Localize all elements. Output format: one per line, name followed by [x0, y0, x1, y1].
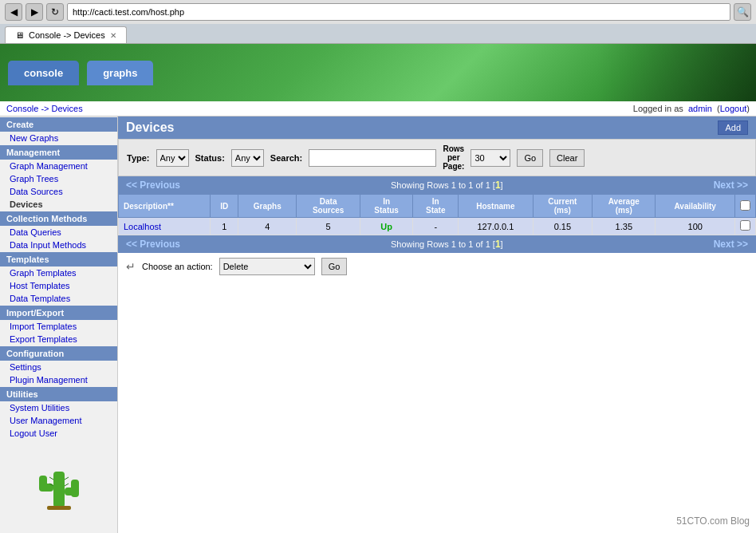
login-info: Logged in as admin (Logout)	[633, 104, 750, 113]
back-button[interactable]: ◀	[5, 3, 22, 21]
showing-link-top[interactable]: 1	[495, 180, 501, 191]
sidebar-item-logout-user[interactable]: Logout User	[0, 427, 117, 440]
col-availability: Availability	[656, 195, 735, 218]
col-in-state: InState	[413, 195, 459, 218]
next-link-top[interactable]: Next >>	[714, 180, 748, 191]
search-button[interactable]: 🔍	[734, 3, 751, 21]
search-input[interactable]	[309, 149, 436, 167]
address-bar[interactable]	[67, 3, 730, 21]
action-go-button[interactable]: Go	[321, 258, 348, 275]
console-tab[interactable]: console	[8, 61, 79, 85]
forward-button[interactable]: ▶	[26, 3, 43, 21]
browser-tab-1-close[interactable]: ✕	[110, 31, 116, 40]
prev-link-top[interactable]: << Previous	[126, 180, 180, 191]
sidebar-item-settings[interactable]: Settings	[0, 361, 117, 373]
sidebar-item-graph-templates[interactable]: Graph Templates	[0, 266, 117, 279]
app-header: console graphs	[0, 44, 756, 101]
row-checkbox[interactable]	[740, 220, 750, 231]
breadcrumb: Console -> Devices	[6, 104, 83, 113]
refresh-button[interactable]: ↻	[46, 3, 64, 21]
col-in-status: InStatus	[360, 195, 413, 218]
action-bar: ↵ Choose an action: Delete Go	[118, 253, 756, 280]
svg-rect-0	[53, 472, 65, 507]
col-hostname: Hostname	[459, 195, 533, 218]
col-description: Description**	[119, 195, 211, 218]
rows-per-page-select[interactable]: 30 50 100	[471, 149, 510, 167]
table-nav-bottom: << Previous Showing Rows 1 to 1 of 1 [1]…	[118, 235, 756, 253]
sidebar-item-data-templates[interactable]: Data Templates	[0, 292, 117, 305]
browser-tab-1[interactable]: 🖥 Console -> Devices ✕	[5, 26, 127, 43]
sidebar-item-export-templates[interactable]: Export Templates	[0, 333, 117, 345]
sidebar-item-graph-trees[interactable]: Graph Trees	[0, 172, 117, 185]
col-id: ID	[211, 195, 238, 218]
svg-rect-4	[71, 480, 79, 497]
cell-average-ms: 1.35	[593, 218, 656, 235]
main-layout: Create New Graphs Management Graph Manag…	[0, 116, 756, 533]
showing-top: Showing Rows 1 to 1 of 1 [1]	[391, 180, 503, 191]
sidebar-item-plugin-management[interactable]: Plugin Management	[0, 373, 117, 386]
svg-rect-5	[47, 506, 71, 510]
search-label: Search:	[270, 153, 302, 163]
select-all-checkbox[interactable]	[740, 200, 750, 211]
action-label: Choose an action:	[142, 262, 213, 271]
sidebar-item-devices[interactable]: Devices	[0, 198, 117, 211]
device-link[interactable]: Localhost	[124, 222, 161, 231]
prev-link-bottom[interactable]: << Previous	[126, 239, 180, 250]
rows-per-page-label: Rows per Page:	[443, 144, 464, 171]
action-select[interactable]: Delete	[219, 258, 315, 275]
cell-current-ms: 0.15	[533, 218, 593, 235]
status-label: Status:	[195, 153, 225, 163]
cell-in-status: Up	[360, 218, 413, 235]
cell-checkbox	[735, 218, 756, 235]
table-header-row: Description** ID Graphs DataSources InSt…	[119, 195, 756, 218]
svg-line-9	[65, 484, 69, 486]
browser-tab-1-favicon: 🖥	[15, 30, 24, 40]
sidebar-section-templates: Templates	[0, 252, 117, 266]
col-graphs: Graphs	[238, 195, 297, 218]
type-label: Type:	[127, 153, 150, 163]
sidebar-section-collection-methods: Collection Methods	[0, 211, 117, 226]
sidebar-logo	[0, 448, 117, 527]
svg-line-6	[49, 477, 53, 480]
showing-link-bottom[interactable]: 1	[495, 239, 501, 250]
sidebar-item-graph-management[interactable]: Graph Management	[0, 160, 117, 172]
col-checkbox	[735, 195, 756, 218]
filter-bar: Type: Any Status: Any Search: Rows per P…	[118, 139, 756, 176]
devices-table: Description** ID Graphs DataSources InSt…	[118, 194, 756, 235]
sidebar-item-data-input-methods[interactable]: Data Input Methods	[0, 239, 117, 251]
clear-button[interactable]: Clear	[549, 149, 585, 167]
content-area: Devices Add Type: Any Status: Any Search…	[118, 116, 756, 533]
sidebar: Create New Graphs Management Graph Manag…	[0, 116, 118, 533]
watermark: 51CTO.com Blog	[676, 515, 750, 527]
cell-in-state: -	[413, 218, 459, 235]
sidebar-section-utilities: Utilities	[0, 387, 117, 401]
graphs-tab[interactable]: graphs	[87, 61, 153, 85]
go-button[interactable]: Go	[517, 149, 543, 167]
sidebar-item-new-graphs[interactable]: New Graphs	[0, 132, 117, 144]
status-select[interactable]: Any	[231, 149, 264, 167]
cell-description: Localhost	[119, 218, 211, 235]
login-text: Logged in as	[633, 104, 683, 113]
sidebar-item-system-utilities[interactable]: System Utilities	[0, 401, 117, 414]
sidebar-item-data-sources[interactable]: Data Sources	[0, 185, 117, 198]
sidebar-section-configuration: Configuration	[0, 346, 117, 361]
svg-rect-2	[39, 476, 47, 492]
col-average-ms: Average(ms)	[593, 195, 656, 218]
type-select[interactable]: Any	[156, 149, 189, 167]
sidebar-item-host-templates[interactable]: Host Templates	[0, 279, 117, 292]
sidebar-section-management: Management	[0, 145, 117, 160]
table-row: Localhost 1 4 5 Up - 127.0.0.1 0.15 1.35…	[119, 218, 756, 235]
action-arrow-icon: ↵	[126, 260, 136, 273]
col-data-sources: DataSources	[297, 195, 360, 218]
logout-link[interactable]: Logout	[720, 104, 747, 113]
sidebar-item-user-management[interactable]: User Management	[0, 414, 117, 427]
username-link[interactable]: admin	[688, 104, 712, 113]
content-header: Devices Add	[118, 116, 756, 139]
svg-line-8	[65, 477, 69, 480]
cell-hostname: 127.0.0.1	[459, 218, 533, 235]
sidebar-item-import-templates[interactable]: Import Templates	[0, 320, 117, 333]
add-button[interactable]: Add	[718, 120, 748, 135]
sidebar-section-create: Create	[0, 117, 117, 132]
sidebar-item-data-queries[interactable]: Data Queries	[0, 226, 117, 239]
next-link-bottom[interactable]: Next >>	[714, 239, 748, 250]
